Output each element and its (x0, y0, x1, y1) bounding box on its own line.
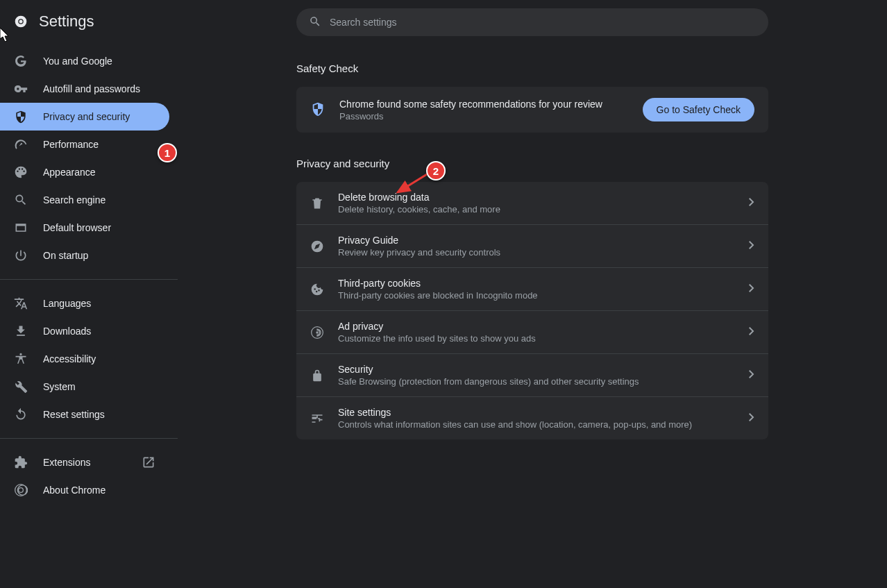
reset-icon (14, 408, 28, 421)
safety-title: Chrome found some safety recommendations… (339, 99, 629, 110)
sidebar-item-label: Default browser (43, 222, 111, 233)
privacy-section-title: Privacy and security (296, 158, 768, 169)
chevron-right-icon (749, 327, 754, 337)
sidebar-item-label: Performance (43, 139, 99, 150)
sidebar-item-label: Downloads (43, 326, 91, 337)
nav-divider (0, 438, 178, 439)
row-security[interactable]: SecuritySafe Browsing (protection from d… (296, 354, 768, 397)
chevron-right-icon (749, 198, 754, 208)
accessibility-icon (14, 352, 28, 366)
power-icon (14, 249, 28, 262)
row-sub: Safe Browsing (protection from dangerous… (338, 376, 735, 387)
main-content: Safety Check Chrome found some safety re… (178, 0, 887, 588)
chevron-right-icon (749, 284, 754, 294)
sidebar-item-downloads[interactable]: Downloads (0, 317, 169, 345)
google-g-icon (14, 54, 28, 68)
sidebar: Settings You and Google Autofill and pas… (0, 0, 178, 588)
row-sub: Controls what information sites can use … (338, 419, 735, 430)
sidebar-item-about[interactable]: About Chrome (0, 476, 169, 504)
compass-icon (310, 240, 324, 253)
sidebar-item-label: Autofill and passwords (43, 83, 140, 94)
row-title: Security (338, 364, 735, 375)
annotation-badge-1: 1 (158, 143, 177, 162)
chevron-right-icon (749, 413, 754, 423)
nav-group-main: You and Google Autofill and passwords Pr… (0, 43, 178, 274)
nav-group-bottom: Extensions About Chrome (0, 444, 178, 508)
sidebar-item-privacy-security[interactable]: Privacy and security (0, 103, 169, 131)
safety-section-title: Safety Check (296, 62, 768, 74)
annotation-badge-2: 2 (426, 161, 446, 180)
content-area: Safety Check Chrome found some safety re… (296, 36, 768, 439)
sidebar-item-on-startup[interactable]: On startup (0, 242, 169, 269)
translate-icon (14, 296, 28, 310)
sidebar-item-languages[interactable]: Languages (0, 289, 169, 317)
svg-point-2 (19, 20, 23, 24)
key-icon (14, 82, 28, 96)
extension-icon (14, 455, 28, 469)
row-sub: Review key privacy and security controls (338, 247, 735, 258)
sidebar-item-label: Appearance (43, 167, 96, 178)
chrome-icon (14, 15, 28, 28)
external-link-icon (142, 455, 155, 469)
search-input[interactable] (330, 17, 756, 28)
nav-group-advanced: Languages Downloads Accessibility System… (0, 285, 178, 432)
sidebar-item-accessibility[interactable]: Accessibility (0, 345, 169, 373)
speedometer-icon (14, 137, 28, 151)
go-to-safety-check-button[interactable]: Go to Safety Check (643, 98, 754, 121)
chrome-outline-icon (14, 483, 28, 497)
row-delete-browsing-data[interactable]: Delete browsing dataDelete history, cook… (296, 182, 768, 225)
row-ad-privacy[interactable]: Ad privacyCustomize the info used by sit… (296, 311, 768, 354)
row-sub: Third-party cookies are blocked in Incog… (338, 290, 735, 301)
row-sub: Delete history, cookies, cache, and more (338, 204, 735, 215)
row-title: Third-party cookies (338, 278, 735, 289)
row-title: Privacy Guide (338, 235, 735, 246)
sidebar-item-system[interactable]: System (0, 373, 169, 401)
row-privacy-guide[interactable]: Privacy GuideReview key privacy and secu… (296, 225, 768, 268)
cookie-icon (310, 283, 324, 296)
search-bar[interactable] (296, 8, 768, 36)
sidebar-item-label: System (43, 381, 76, 392)
row-title: Ad privacy (338, 321, 735, 332)
trash-icon (310, 196, 324, 210)
sidebar-item-label: Accessibility (43, 353, 96, 364)
ad-icon (310, 326, 324, 339)
sidebar-item-label: You and Google (43, 56, 112, 67)
tune-icon (310, 412, 324, 426)
search-icon (14, 193, 28, 207)
sidebar-item-extensions[interactable]: Extensions (0, 448, 169, 476)
lock-icon (310, 369, 324, 383)
sidebar-item-label: Languages (43, 298, 91, 309)
row-site-settings[interactable]: Site settingsControls what information s… (296, 397, 768, 439)
browser-icon (14, 221, 28, 235)
sidebar-item-default-browser[interactable]: Default browser (0, 214, 169, 242)
row-title: Site settings (338, 407, 735, 418)
svg-line-4 (398, 172, 430, 192)
shield-icon (310, 101, 326, 119)
app-title: Settings (39, 12, 94, 31)
row-sub: Customize the info used by sites to show… (338, 333, 735, 344)
sidebar-item-label: Privacy and security (43, 111, 130, 122)
sidebar-item-label: Extensions (43, 457, 90, 468)
sidebar-item-label: On startup (43, 250, 88, 261)
sidebar-item-label: Search engine (43, 194, 105, 205)
privacy-list: Delete browsing dataDelete history, cook… (296, 182, 768, 439)
sidebar-header: Settings (0, 7, 178, 43)
search-icon (309, 15, 321, 30)
wrench-icon (14, 380, 28, 394)
download-icon (14, 324, 28, 338)
sidebar-item-reset[interactable]: Reset settings (0, 401, 169, 428)
sidebar-item-you-and-google[interactable]: You and Google (0, 47, 169, 75)
sidebar-item-autofill[interactable]: Autofill and passwords (0, 75, 169, 103)
row-third-party-cookies[interactable]: Third-party cookiesThird-party cookies a… (296, 268, 768, 311)
chevron-right-icon (749, 370, 754, 380)
chevron-right-icon (749, 241, 754, 251)
shield-icon (14, 110, 28, 124)
safety-text: Chrome found some safety recommendations… (339, 99, 629, 121)
safety-sub: Passwords (339, 111, 629, 121)
sidebar-item-search-engine[interactable]: Search engine (0, 186, 169, 214)
sidebar-item-label: About Chrome (43, 485, 105, 496)
mouse-cursor (0, 28, 11, 43)
sidebar-item-label: Reset settings (43, 409, 105, 420)
sidebar-item-performance[interactable]: Performance (0, 131, 169, 158)
sidebar-item-appearance[interactable]: Appearance (0, 158, 169, 186)
